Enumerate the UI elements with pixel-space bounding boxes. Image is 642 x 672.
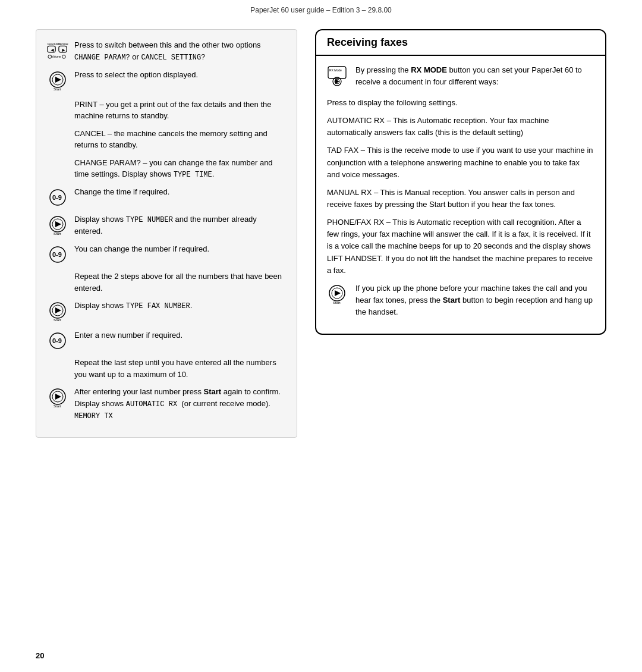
svg-text:Contrast: Contrast bbox=[58, 43, 68, 46]
repeat-last-step-text: Repeat the last step until you have ente… bbox=[74, 357, 286, 380]
left-column: Resolution Contrast ◄ ► Volume bbox=[36, 29, 297, 438]
step-row-repeat: Repeat the last step until you have ente… bbox=[47, 357, 286, 380]
step-text: Enter a new number if required. bbox=[74, 329, 286, 341]
svg-marker-17 bbox=[55, 221, 61, 227]
09-icon: 0-9 bbox=[47, 243, 68, 265]
step-text: PRINT – you get a print out of the fax d… bbox=[74, 99, 286, 122]
page-number: 20 bbox=[36, 651, 44, 660]
svg-text:Start: Start bbox=[54, 87, 61, 91]
step-row: Start Display shows TYPE NUMBER and the … bbox=[47, 213, 286, 237]
svg-text:RX Mode: RX Mode bbox=[329, 68, 342, 72]
step-text: Change the time if required. bbox=[74, 186, 286, 198]
step-row: 0-9 Change the time if required. bbox=[47, 186, 286, 208]
start-icon: Start bbox=[47, 300, 68, 324]
svg-text:◄: ◄ bbox=[50, 47, 55, 53]
svg-marker-29 bbox=[55, 394, 61, 400]
step-text: You can change the number if required. bbox=[74, 243, 286, 255]
page-header: PaperJet 60 user guide – Edition 3 – 29.… bbox=[0, 0, 642, 17]
rx-mode-icon: RX Mode bbox=[327, 64, 348, 90]
step-text: Repeat the 2 steps above for all the num… bbox=[74, 271, 286, 294]
svg-point-8 bbox=[62, 55, 66, 59]
svg-text:0-9: 0-9 bbox=[52, 251, 62, 258]
step-row: PRINT – you get a print out of the fax d… bbox=[47, 99, 286, 122]
svg-text:Start: Start bbox=[54, 404, 61, 408]
svg-text:Start: Start bbox=[54, 318, 61, 322]
svg-text:0-9: 0-9 bbox=[52, 337, 62, 344]
step-row: 0-9 Enter a new number if required. bbox=[47, 329, 286, 351]
rf-step-row-last: Start If you pick up the phone before yo… bbox=[327, 282, 594, 318]
rf-mode-phone-fax: PHONE/FAX RX – This is Automatic recepti… bbox=[327, 216, 594, 277]
step-text: Press to switch between this and the oth… bbox=[74, 39, 286, 63]
rf-mode-automatic: AUTOMATIC RX – This is Automatic recepti… bbox=[327, 115, 594, 139]
step-row: Start Press to select the option display… bbox=[47, 69, 286, 93]
step-text: Display shows TYPE NUMBER and the number… bbox=[74, 213, 286, 237]
svg-marker-23 bbox=[55, 307, 61, 313]
rf-mode-manual: MANUAL RX – This is Manual reception. Yo… bbox=[327, 187, 594, 211]
start-icon: Start bbox=[47, 386, 68, 410]
09-icon: 0-9 bbox=[47, 186, 68, 208]
header-title: PaperJet 60 user guide – Edition 3 – 29.… bbox=[250, 6, 392, 14]
start-icon: Start bbox=[47, 213, 68, 237]
step-row: 0-9 You can change the number if require… bbox=[47, 243, 286, 265]
control-cluster-icon: Resolution Contrast ◄ ► Volume bbox=[47, 39, 68, 61]
receiving-faxes-box: Receiving faxes RX Mode bbox=[315, 29, 606, 335]
rf-last-step-text: If you pick up the phone before your mac… bbox=[355, 282, 594, 318]
step-row: Repeat the 2 steps above for all the num… bbox=[47, 271, 286, 294]
start-icon: Start bbox=[327, 282, 348, 308]
start-icon: Start bbox=[47, 69, 68, 93]
left-panel: Resolution Contrast ◄ ► Volume bbox=[36, 29, 297, 438]
step-row: Start After entering your last number pr… bbox=[47, 386, 286, 422]
svg-text:Volume: Volume bbox=[52, 55, 61, 58]
right-column: Receiving faxes RX Mode bbox=[315, 29, 606, 438]
step-text: CANCEL – the machine cancels the memory … bbox=[74, 128, 286, 151]
step-text: Press to select the option displayed. bbox=[74, 69, 286, 81]
svg-marker-38 bbox=[335, 290, 341, 296]
rf-intro-text: By pressing the RX MODE button you can s… bbox=[355, 64, 594, 88]
rf-mode-tad-fax: TAD FAX – This is the receive mode to us… bbox=[327, 145, 594, 180]
receiving-faxes-title: Receiving faxes bbox=[316, 30, 605, 56]
svg-text:Start: Start bbox=[54, 232, 61, 235]
step-row: CANCEL – the machine cancels the memory … bbox=[47, 128, 286, 151]
svg-marker-11 bbox=[55, 77, 61, 83]
step-row: Resolution Contrast ◄ ► Volume bbox=[47, 39, 286, 63]
svg-text:Start: Start bbox=[333, 301, 341, 304]
09-icon: 0-9 bbox=[47, 329, 68, 351]
step-text: CHANGE PARAM? – you can change the fax n… bbox=[74, 157, 286, 181]
step-text: Display shows TYPE FAX NUMBER. bbox=[74, 300, 286, 312]
step-row: CHANGE PARAM? – you can change the fax n… bbox=[47, 157, 286, 181]
svg-text:►: ► bbox=[61, 47, 66, 53]
step-text: After entering your last number press St… bbox=[74, 386, 286, 422]
rf-press-text: Press to display the following settings. bbox=[327, 97, 594, 109]
rf-step-row-intro: RX Mode By pressing the RX MODE button y… bbox=[327, 64, 594, 90]
receiving-faxes-body: RX Mode By pressing the RX MODE button y… bbox=[316, 56, 605, 334]
svg-text:0-9: 0-9 bbox=[52, 194, 62, 201]
step-row: Start Display shows TYPE FAX NUMBER. bbox=[47, 300, 286, 324]
